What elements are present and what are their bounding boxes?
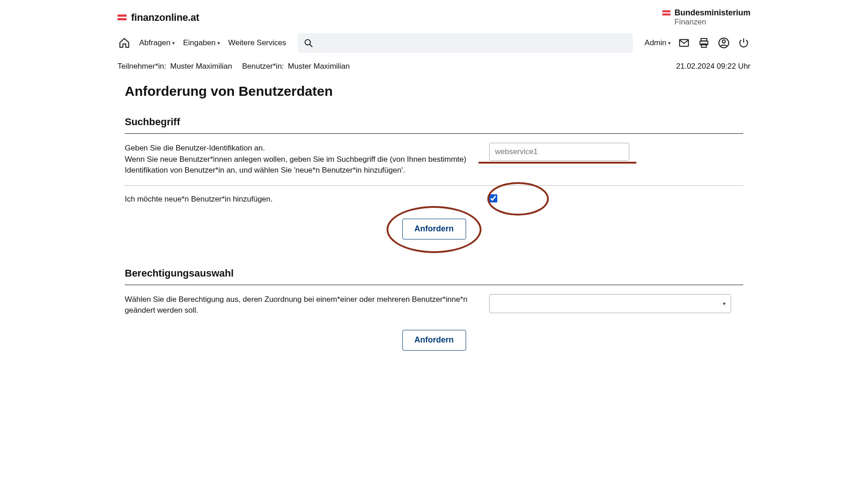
page-title: Anforderung von Benutzerdaten: [125, 84, 743, 99]
ministry-sub: Finanzen: [675, 18, 750, 27]
print-icon[interactable]: [697, 36, 711, 50]
home-icon[interactable]: [118, 36, 131, 50]
teilnehmer-value: Muster Maximilian: [170, 62, 232, 70]
user-icon[interactable]: [717, 36, 731, 50]
svg-point-7: [722, 40, 726, 43]
nav-abfragen[interactable]: Abfragen ▾: [139, 38, 175, 47]
chevron-down-icon: ▾: [217, 40, 220, 46]
benutzer-label: Benutzer*in:: [242, 62, 284, 70]
nav-admin[interactable]: Admin ▾: [645, 38, 671, 47]
nav-label: Admin: [645, 38, 666, 47]
berechtigung-select[interactable]: [489, 294, 731, 313]
add-user-checkbox[interactable]: [489, 194, 497, 202]
mail-icon[interactable]: [677, 36, 691, 50]
search-bar[interactable]: [298, 33, 633, 53]
flag-icon: [118, 14, 127, 20]
nav-label: Weitere Services: [228, 38, 286, 47]
svg-rect-5: [702, 44, 707, 47]
teilnehmer-label: Teilnehmer*in:: [118, 62, 166, 70]
power-icon[interactable]: [737, 36, 750, 50]
section-heading-suchbegriff: Suchbegriff: [125, 116, 743, 128]
ministry-logo: Bundesministerium Finanzen: [662, 8, 750, 27]
anfordern-button-1[interactable]: Anfordern: [402, 219, 466, 239]
anfordern-button-2[interactable]: Anfordern: [402, 330, 466, 351]
svg-line-1: [310, 44, 312, 47]
site-logo[interactable]: finanzonline.at: [118, 12, 199, 23]
benutzer-value: Muster Maximilian: [288, 62, 350, 70]
checkbox-label: Ich möchte neue*n Benutzer*in hinzufügen…: [125, 194, 471, 205]
desc-line: Wenn Sie neue Benutzer*innen anlegen wol…: [125, 154, 471, 176]
chevron-down-icon: ▾: [668, 40, 671, 46]
flag-icon: [662, 10, 670, 16]
teilnehmer-info: Teilnehmer*in: Muster Maximilian: [118, 62, 232, 71]
berechtigung-description: Wählen Sie die Berechtigung aus, deren Z…: [125, 294, 471, 316]
nav-label: Abfragen: [139, 38, 170, 47]
desc-line: Geben Sie die Benutzer-Identifikation an…: [125, 143, 471, 154]
nav-weitere-services[interactable]: Weitere Services: [228, 38, 286, 47]
search-input[interactable]: [313, 39, 627, 47]
timestamp: 21.02.2024 09:22 Uhr: [676, 62, 750, 71]
ministry-name: Bundesministerium: [675, 8, 750, 18]
chevron-down-icon: ▾: [172, 40, 175, 46]
nav-label: Eingaben: [183, 38, 216, 47]
benutzer-id-input[interactable]: [489, 143, 629, 161]
nav-eingaben[interactable]: Eingaben ▾: [183, 38, 220, 47]
section-heading-berechtigung: Berechtigungsauswahl: [125, 267, 743, 279]
search-icon: [303, 38, 313, 48]
suchbegriff-description: Geben Sie die Benutzer-Identifikation an…: [125, 143, 471, 176]
annotation-underline: [478, 162, 637, 164]
benutzer-info: Benutzer*in: Muster Maximilian: [242, 62, 349, 71]
site-name: finanzonline.at: [131, 12, 199, 23]
